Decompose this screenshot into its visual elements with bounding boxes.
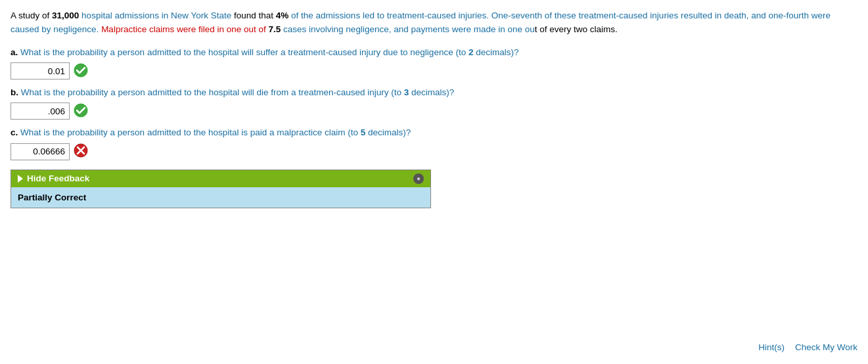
question-b-input[interactable] (11, 102, 70, 120)
question-a-input[interactable] (11, 62, 70, 80)
passage-number-2: 4% (276, 11, 289, 20)
question-c: c. What is the probability a person admi… (11, 126, 857, 160)
correct-icon-b (74, 103, 88, 120)
feedback-triangle-icon (18, 175, 23, 183)
feedback-header[interactable]: Hide Feedback ● (11, 170, 430, 187)
wrong-icon-c (74, 143, 88, 160)
question-c-answer-row (11, 143, 857, 160)
feedback-body-text: Partially Correct (18, 193, 86, 202)
question-a-prefix: a. (11, 47, 18, 57)
question-b-label: b. What is the probability a person admi… (11, 86, 857, 99)
check-my-work-link[interactable]: Check My Work (795, 342, 857, 352)
correct-icon-a (74, 63, 88, 80)
question-a-text: What is the probability a person admitte… (20, 47, 518, 57)
feedback-close-icon[interactable]: ● (413, 173, 424, 184)
passage: A study of 31,000 hospital admissions in… (11, 9, 857, 37)
question-c-label: c. What is the probability a person admi… (11, 126, 857, 139)
passage-number-3: 7.5 (269, 24, 281, 34)
bottom-links: Hint(s) Check My Work (758, 342, 857, 352)
question-c-input[interactable] (11, 143, 70, 160)
feedback-panel: Hide Feedback ● Partially Correct (11, 170, 431, 208)
question-b: b. What is the probability a person admi… (11, 86, 857, 120)
question-a-label: a. What is the probability a person admi… (11, 46, 857, 59)
passage-text-1: hospital admissions in New York State (81, 11, 231, 20)
question-b-prefix: b. (11, 87, 18, 97)
question-a: a. What is the probability a person admi… (11, 46, 857, 80)
question-b-text: What is the probability a person admitte… (21, 87, 455, 97)
feedback-header-left: Hide Feedback (18, 173, 89, 183)
feedback-body: Partially Correct (11, 187, 430, 208)
passage-text-3: Malpractice claims were filed in one out… (101, 24, 266, 34)
question-c-text: What is the probability a person admitte… (20, 127, 411, 137)
question-b-answer-row (11, 102, 857, 120)
hints-link[interactable]: Hint(s) (758, 342, 785, 352)
question-c-prefix: c. (11, 127, 18, 137)
question-a-answer-row (11, 62, 857, 80)
passage-number-1: 31,000 (52, 11, 79, 20)
feedback-header-label: Hide Feedback (27, 173, 89, 183)
passage-text-4: cases involving negligence, and payments… (283, 24, 535, 34)
